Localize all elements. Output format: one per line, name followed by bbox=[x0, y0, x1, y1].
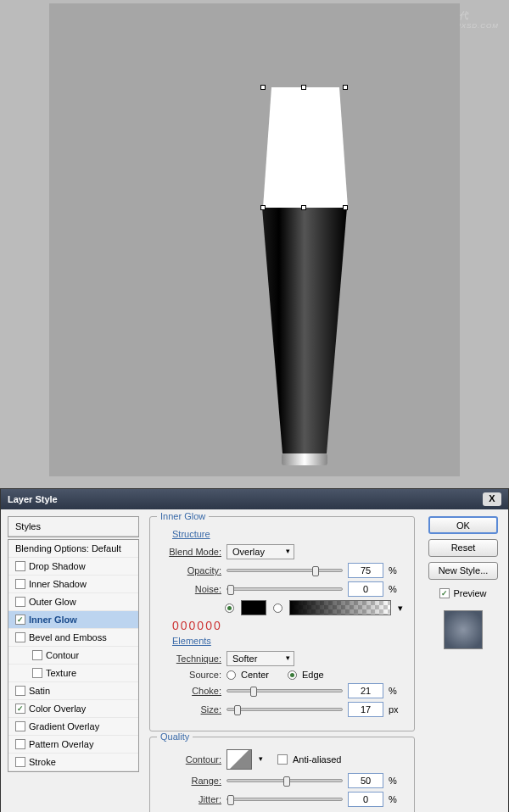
jitter-slider[interactable] bbox=[227, 798, 343, 801]
glow-gradient-swatch[interactable] bbox=[289, 600, 391, 615]
blend-mode-dropdown[interactable]: Overlay bbox=[227, 544, 294, 559]
blending-options-item[interactable]: Blending Options: Default bbox=[8, 540, 138, 558]
checkbox[interactable] bbox=[32, 668, 42, 678]
style-item-pattern-overlay[interactable]: Pattern Overlay bbox=[8, 736, 138, 754]
checkbox[interactable] bbox=[15, 704, 25, 714]
style-label: Bevel and Emboss bbox=[29, 632, 107, 642]
source-label: Source: bbox=[160, 670, 221, 680]
style-item-stroke[interactable]: Stroke bbox=[8, 754, 138, 771]
style-label: Texture bbox=[46, 668, 76, 678]
preview-swatch bbox=[444, 610, 483, 649]
style-item-satin[interactable]: Satin bbox=[8, 682, 138, 700]
reset-button[interactable]: Reset bbox=[428, 539, 498, 557]
gradient-radio[interactable] bbox=[273, 603, 282, 613]
style-label: Satin bbox=[29, 686, 50, 696]
transform-handle-tl[interactable] bbox=[260, 85, 266, 90]
size-slider[interactable] bbox=[227, 708, 343, 711]
choke-input[interactable] bbox=[348, 683, 383, 698]
glow-color-swatch[interactable] bbox=[241, 600, 266, 615]
choke-slider[interactable] bbox=[227, 689, 343, 692]
styles-header[interactable]: Styles bbox=[8, 517, 138, 537]
checkbox[interactable] bbox=[32, 650, 42, 660]
structure-title: Structure bbox=[172, 529, 404, 539]
style-item-drop-shadow[interactable]: Drop Shadow bbox=[8, 558, 138, 576]
size-label: Size: bbox=[160, 704, 221, 715]
style-item-inner-glow[interactable]: Inner Glow bbox=[8, 611, 138, 629]
layer-style-dialog: Layer Style X Styles Blending Options: D… bbox=[0, 488, 509, 812]
style-item-bevel-emboss[interactable]: Bevel and Emboss bbox=[8, 629, 138, 647]
new-style-button[interactable]: New Style... bbox=[428, 562, 498, 580]
checkbox[interactable] bbox=[15, 721, 25, 731]
elements-title: Elements bbox=[172, 636, 404, 646]
shape-base bbox=[282, 453, 327, 465]
technique-value: Softer bbox=[232, 653, 257, 664]
technique-dropdown[interactable]: Softer bbox=[227, 651, 294, 666]
blending-options-label: Blending Options: Default bbox=[15, 543, 121, 553]
transform-handle-bc[interactable] bbox=[301, 205, 306, 210]
contour-picker[interactable] bbox=[227, 749, 252, 770]
ok-button[interactable]: OK bbox=[428, 516, 498, 534]
checkbox[interactable] bbox=[15, 615, 25, 625]
antialiased-label: Anti-aliased bbox=[293, 754, 341, 765]
checkbox[interactable] bbox=[15, 579, 25, 589]
blend-mode-value: Overlay bbox=[232, 547, 265, 557]
checkbox[interactable] bbox=[15, 739, 25, 749]
style-label: Inner Shadow bbox=[29, 579, 87, 589]
transform-handle-tr[interactable] bbox=[343, 85, 348, 90]
style-item-contour[interactable]: Contour bbox=[8, 647, 138, 665]
transform-handle-tc[interactable] bbox=[301, 85, 306, 90]
range-input[interactable] bbox=[348, 773, 383, 788]
size-input[interactable] bbox=[348, 702, 383, 717]
checkbox[interactable] bbox=[15, 757, 25, 767]
jitter-input[interactable] bbox=[348, 792, 383, 807]
technique-label: Technique: bbox=[160, 653, 221, 664]
jitter-label: Jitter: bbox=[160, 794, 221, 804]
unit-percent: % bbox=[389, 686, 404, 696]
style-label: Outer Glow bbox=[29, 597, 76, 607]
shape-selected[interactable] bbox=[271, 87, 339, 208]
noise-input[interactable] bbox=[348, 581, 383, 597]
panel-title: Inner Glow bbox=[157, 511, 209, 521]
style-item-outer-glow[interactable]: Outer Glow bbox=[8, 593, 138, 611]
close-button[interactable]: X bbox=[483, 492, 501, 506]
antialiased-checkbox[interactable] bbox=[277, 754, 288, 765]
opacity-slider[interactable] bbox=[227, 569, 343, 572]
source-edge-radio[interactable] bbox=[288, 670, 297, 680]
quality-fieldset: Quality Contour: Anti-aliased Range: % J… bbox=[149, 737, 415, 812]
action-column: OK Reset New Style... Preview bbox=[425, 516, 501, 812]
style-item-gradient-overlay[interactable]: Gradient Overlay bbox=[8, 718, 138, 736]
unit-percent: % bbox=[389, 584, 404, 594]
preview-label: Preview bbox=[453, 588, 486, 598]
opacity-label: Opacity: bbox=[160, 565, 221, 576]
style-label: Pattern Overlay bbox=[29, 739, 93, 749]
color-radio[interactable] bbox=[225, 603, 234, 613]
noise-slider[interactable] bbox=[227, 587, 343, 591]
blend-mode-label: Blend Mode: bbox=[160, 547, 221, 557]
source-center-radio[interactable] bbox=[227, 670, 236, 680]
unit-percent: % bbox=[389, 565, 404, 576]
style-item-texture[interactable]: Texture bbox=[8, 665, 138, 682]
transform-handle-br[interactable] bbox=[343, 205, 348, 210]
opacity-input[interactable] bbox=[348, 563, 383, 578]
style-label: Drop Shadow bbox=[29, 561, 86, 571]
style-item-color-overlay[interactable]: Color Overlay bbox=[8, 700, 138, 718]
contour-label: Contour: bbox=[160, 754, 221, 765]
chevron-down-icon[interactable]: ▾ bbox=[398, 603, 403, 614]
unit-px: px bbox=[389, 704, 404, 715]
preview-checkbox[interactable] bbox=[439, 588, 450, 598]
choke-label: Choke: bbox=[160, 686, 221, 696]
quality-title: Quality bbox=[157, 731, 193, 742]
artboard[interactable] bbox=[49, 3, 460, 476]
range-slider[interactable] bbox=[227, 779, 343, 782]
transform-handle-bl[interactable] bbox=[260, 205, 266, 210]
checkbox[interactable] bbox=[15, 632, 25, 642]
style-label: Stroke bbox=[29, 757, 56, 767]
settings-column: Inner Glow Structure Blend Mode: Overlay… bbox=[146, 516, 418, 812]
dialog-titlebar[interactable]: Layer Style X bbox=[1, 489, 508, 509]
style-item-inner-shadow[interactable]: Inner Shadow bbox=[8, 576, 138, 593]
unit-percent: % bbox=[389, 794, 404, 804]
checkbox[interactable] bbox=[15, 597, 25, 607]
checkbox[interactable] bbox=[15, 686, 25, 696]
checkbox[interactable] bbox=[15, 561, 25, 571]
style-label: Inner Glow bbox=[29, 615, 77, 625]
